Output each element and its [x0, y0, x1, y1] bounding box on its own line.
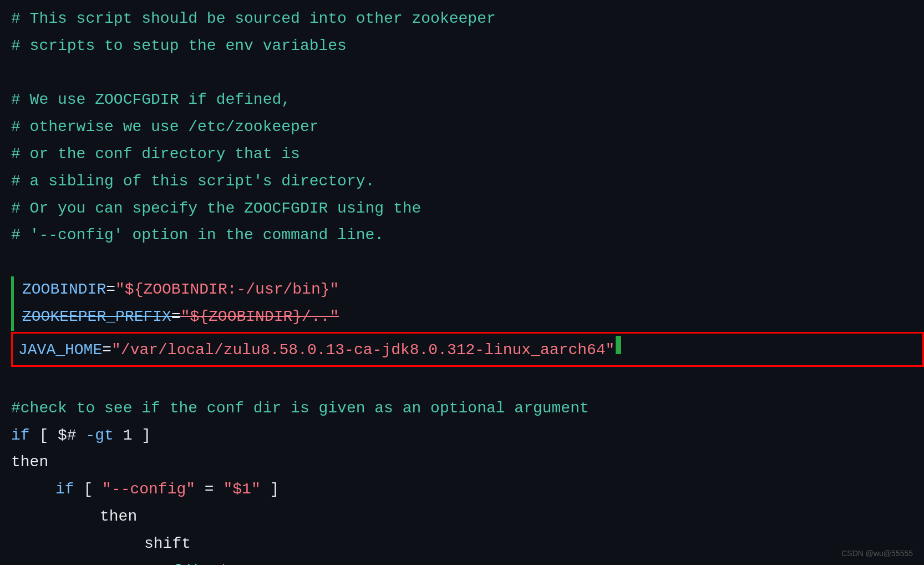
keyword-gt: -gt	[85, 423, 113, 448]
comment-text: # otherwise we use /etc/zookeeper	[11, 115, 319, 140]
comment-text: # or the conf directory that is	[11, 142, 300, 167]
code-line-confdir: confdir=$1	[11, 558, 924, 565]
code-line-blank-3	[11, 368, 924, 395]
equals-check: =	[195, 477, 223, 502]
string-config: "--config"	[102, 477, 195, 502]
if-bracket: [ $#	[30, 423, 86, 448]
equals-3: =	[102, 338, 111, 363]
var-zookeeper-prefix: ZOOKEEPER_PREFIX	[22, 305, 171, 330]
code-line-8: # Or you can specify the ZOOCFGDIR using…	[11, 195, 924, 223]
green-line-marker	[11, 276, 14, 304]
code-line-4: # We use ZOOCFGDIR if defined,	[11, 87, 924, 114]
keyword-then-1: then	[11, 450, 48, 475]
value-zoobindir: "${ZOOBINDIR:-/usr/bin}"	[115, 278, 339, 302]
value-zookeeper-prefix: "${ZOOBINDIR}/.."	[181, 305, 339, 330]
confdir-value: =$1	[210, 559, 237, 565]
keyword-if: if	[11, 423, 30, 448]
var-java-home: JAVA_HOME	[18, 338, 102, 363]
code-line-zookeeper-prefix: ZOOKEEPER_PREFIX="${ZOOBINDIR}/.."	[11, 304, 924, 331]
code-line-blank-1	[11, 60, 924, 87]
equals: =	[106, 278, 115, 302]
comment-text: # This script should be sourced into oth…	[11, 7, 496, 32]
comment-text: # '--config' option in the command line.	[11, 223, 384, 248]
if-bracket-2: [	[74, 477, 102, 502]
comment-text: # We use ZOOCFGDIR if defined,	[11, 88, 291, 113]
code-line-6: # or the conf directory that is	[11, 141, 924, 168]
comment-text: # scripts to setup the env variables	[11, 34, 347, 59]
code-line-2: # scripts to setup the env variables	[11, 33, 924, 60]
text-cursor	[616, 336, 621, 355]
if-val: 1 ]	[114, 423, 151, 448]
code-line-shift-1: shift	[11, 531, 924, 558]
highlighted-java-home-line[interactable]: JAVA_HOME="/var/local/zulu8.58.0.13-ca-j…	[11, 332, 924, 367]
keyword-then-2: then	[100, 505, 137, 529]
code-line-7: # a sibling of this script's directory.	[11, 168, 924, 195]
code-line-zoobindir: ZOOBINDIR="${ZOOBINDIR:-/usr/bin}"	[11, 276, 924, 304]
code-line-1: # This script should be sourced into oth…	[11, 6, 924, 33]
code-line-if: if [ $# -gt 1 ]	[11, 422, 924, 450]
code-editor: # This script should be sourced into oth…	[0, 0, 924, 565]
comment-text: # Or you can specify the ZOOCFGDIR using…	[11, 196, 421, 221]
keyword-shift-1: shift	[144, 532, 191, 557]
check-comment-text: #check to see if the conf dir is given a…	[11, 396, 589, 421]
code-line-if-config: if [ "--config" = "$1" ]	[11, 476, 924, 503]
code-line-5: # otherwise we use /etc/zookeeper	[11, 114, 924, 141]
green-line-marker-2	[11, 304, 14, 331]
code-line-check-comment: #check to see if the conf dir is given a…	[11, 395, 924, 422]
value-java-home: "/var/local/zulu8.58.0.13-ca-jdk8.0.312-…	[111, 338, 615, 363]
watermark: CSDN @wu@55555	[841, 547, 913, 559]
var-confdir: confdir	[144, 559, 210, 565]
code-line-then-2: then	[11, 503, 924, 531]
var-zoobindir: ZOOBINDIR	[22, 278, 106, 302]
equals-2: =	[171, 305, 181, 330]
keyword-if-2: if	[55, 477, 74, 502]
bracket-close: ]	[261, 477, 280, 502]
code-line-blank-2	[11, 249, 924, 276]
code-line-then-1: then	[11, 449, 924, 476]
string-dollar1: "$1"	[223, 477, 260, 502]
comment-text: # a sibling of this script's directory.	[11, 169, 374, 194]
code-line-9: # '--config' option in the command line.	[11, 222, 924, 249]
